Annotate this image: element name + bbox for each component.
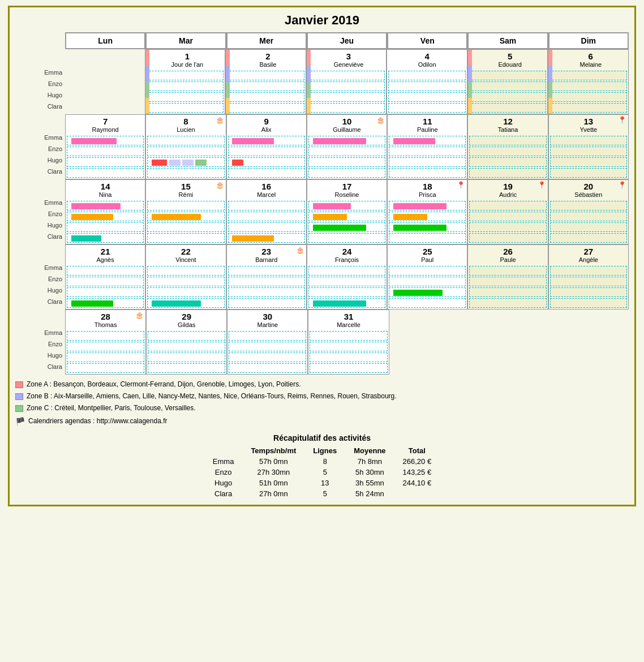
day-number-13: 13 [550, 117, 627, 126]
day-cell-8: 🎂8Lucien [145, 114, 226, 179]
header-lun: Lun [65, 32, 145, 49]
rows-area-day-8 [146, 135, 225, 179]
activity-bar [393, 138, 435, 144]
person-row-day-11-Enzo [389, 147, 466, 156]
day-cell-15: 🎂15Rémi [145, 179, 226, 244]
activity-bar [71, 300, 113, 307]
person-row-day-28-Hugo [67, 353, 144, 362]
person-row-day-2-Enzo [227, 81, 304, 91]
day-icon-19: 📍 [538, 181, 546, 189]
day-cell-6: 6Melaine [548, 49, 629, 114]
label-enzo-week-3: Enzo [15, 273, 65, 285]
day-saint-15: Rémi [147, 191, 224, 199]
day-number-28: 28 [67, 312, 144, 321]
label-clara-week-2: Clara [15, 231, 65, 242]
person-row-day-6-Enzo [549, 81, 627, 91]
day-icon-10: 🎂 [376, 116, 385, 124]
person-row-day-12-Hugo [469, 157, 546, 167]
summary-cell: 27h 0mn [242, 488, 304, 499]
day-saint-26: Paule [469, 256, 546, 264]
day-cell-22: 22Vincent [145, 244, 226, 309]
day-saint-16: Marcel [228, 191, 305, 199]
person-row-day-30-Enzo [229, 342, 306, 351]
person-row-day-24-Enzo [308, 277, 385, 286]
day-saint-1: Jour de l'an [151, 61, 224, 69]
week-labels-2: EmmaEnzoHugoClara [15, 179, 65, 244]
week-row-1: EmmaEnzoHugoClara7Raymond🎂8Lucien9Alix🎂1… [15, 114, 629, 179]
day-number-2: 2 [231, 51, 304, 61]
activity-bar [313, 214, 347, 220]
label-hugo-week-4: Hugo [15, 350, 65, 361]
day-number-12: 12 [469, 117, 546, 126]
activity-bar [232, 235, 274, 242]
summary-cell: 51h 0mn [242, 478, 304, 488]
person-row-day-1-Enzo [147, 81, 224, 91]
day-cell-17: 17Roseline [307, 179, 387, 244]
person-row-day-28-Clara [67, 363, 144, 373]
label-emma-week-1: Emma [15, 132, 65, 143]
day-icon-23: 🎂 [296, 246, 304, 254]
person-row-day-5-Enzo [469, 81, 547, 91]
summary-col- [204, 445, 243, 456]
person-row-day-19-Enzo [469, 212, 546, 221]
person-row-day-23-Emma [228, 266, 305, 276]
person-row-day-7-Hugo [67, 157, 144, 167]
day-saint-2: Basile [231, 61, 304, 69]
zone-a-box [15, 381, 23, 388]
day-number-25: 25 [389, 247, 466, 256]
rows-area-day-22 [146, 265, 225, 309]
person-row-day-20-Hugo [550, 222, 627, 232]
person-row-day-3-Emma [308, 71, 385, 80]
person-row-day-13-Hugo [550, 157, 627, 167]
day-cell-1: 1Jour de l'an [145, 49, 226, 114]
summary-cell: 7h 8mn [345, 456, 394, 467]
person-row-day-1-Clara [147, 103, 224, 113]
day-saint-19: Audric [469, 191, 546, 199]
person-row-day-21-Emma [67, 266, 144, 276]
person-row-day-19-Hugo [469, 222, 546, 232]
person-row-day-4-Emma [388, 71, 466, 80]
activity-bar [393, 214, 427, 220]
empty-day-4-4 [389, 309, 469, 375]
day-saint-25: Paul [389, 256, 466, 264]
person-row-day-9-Hugo [228, 157, 305, 167]
activity-bar [152, 160, 167, 166]
day-saint-6: Melaine [554, 61, 627, 69]
day-number-19: 19 [469, 182, 546, 191]
day-saint-29: Gildas [148, 321, 225, 329]
person-row-day-20-Enzo [550, 212, 627, 221]
person-row-day-10-Clara [308, 168, 385, 178]
person-row-day-30-Hugo [229, 353, 306, 362]
summary-header-row: Temps/nb/mtLignesMoyenneTotal [204, 445, 440, 456]
zone-b-box [15, 393, 23, 400]
person-row-day-9-Enzo [228, 147, 305, 156]
day-number-31: 31 [310, 312, 387, 321]
rows-area-day-10 [307, 135, 387, 179]
rows-area-day-28 [66, 330, 145, 374]
person-row-day-20-Emma [550, 201, 627, 210]
summary-cell: Hugo [204, 478, 243, 488]
day-number-16: 16 [228, 182, 305, 191]
day-number-24: 24 [308, 247, 385, 256]
rows-area-day-24 [307, 265, 387, 309]
activity-bar [393, 225, 446, 231]
day-cell-10: 🎂10Guillaume [307, 114, 387, 179]
person-row-day-30-Clara [229, 363, 306, 373]
summary-col-lignes: Lignes [304, 445, 345, 456]
activity-bar [313, 138, 366, 144]
header-jeu: Jeu [307, 32, 387, 49]
label-enzo-week-1: Enzo [15, 143, 65, 154]
rows-area-day-30 [227, 330, 307, 374]
day-number-11: 11 [389, 117, 466, 126]
person-row-day-7-Clara [67, 168, 144, 178]
summary-col-temps-nb-mt: Temps/nb/mt [242, 445, 304, 456]
legend-zone-c: Zone C : Créteil, Montpellier, Paris, To… [15, 403, 629, 414]
person-row-day-21-Enzo [67, 277, 144, 286]
person-row-day-14-Clara [67, 233, 144, 243]
days-row-1: 7Raymond🎂8Lucien9Alix🎂10Guillaume11Pauli… [65, 114, 629, 179]
calendar-wrapper: Janvier 2019 Lun Mar Mer Jeu Ven Sam Dim… [8, 6, 636, 506]
person-row-day-26-Enzo [469, 277, 546, 286]
person-row-day-4-Hugo [388, 92, 466, 102]
calagenda-text: Calendriers agendas : http://www.calagen… [28, 416, 167, 427]
rows-area-day-19 [468, 200, 547, 244]
